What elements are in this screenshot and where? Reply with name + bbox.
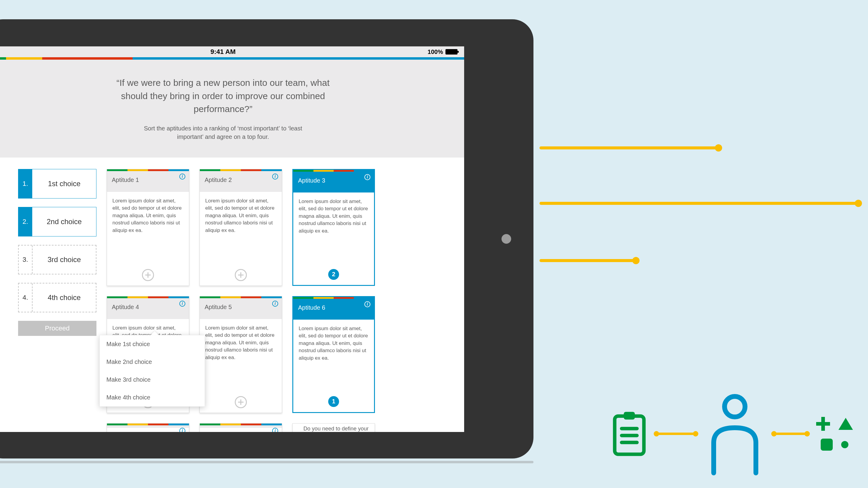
card-body: Lorem ipsum dolor sit amet, elit, sed do… [107, 192, 189, 264]
status-battery-percent: 100% [428, 48, 443, 56]
connector-line-3 [539, 259, 635, 262]
info-icon[interactable]: i [272, 173, 278, 180]
person-icon [705, 392, 765, 476]
tablet-shadow [0, 461, 533, 463]
circle-shape-icon [841, 441, 848, 448]
popover-item-2[interactable]: Make 2nd choice [100, 353, 205, 371]
connector-line-2 [539, 202, 858, 205]
info-icon[interactable]: i [364, 174, 370, 180]
card-title: Aptitude 3 [298, 177, 325, 184]
choice-popover: Make 1st choice Make 2nd choice Make 3rd… [99, 335, 205, 407]
svg-rect-1 [624, 412, 635, 419]
define-prompt-card[interactable]: Do you need to define your [292, 423, 375, 432]
plus-icon[interactable] [235, 269, 247, 281]
clipboard-icon [611, 411, 647, 456]
choice-slot-label: 1st choice [32, 169, 96, 198]
choice-slot-4[interactable]: 4. 4th choice [18, 283, 96, 313]
status-bar: 9:41 AM 100% [0, 46, 464, 57]
svg-point-5 [724, 396, 745, 417]
tablet-frame: 9:41 AM 100% “If we were to bring a new … [0, 19, 533, 458]
rank-badge: 1 [328, 396, 339, 407]
popover-item-1[interactable]: Make 1st choice [100, 335, 205, 353]
battery-icon [445, 49, 458, 55]
aptitude-card-5[interactable]: i Aptitude 5 Lorem ipsum dolor sit amet,… [199, 296, 282, 413]
connector-line-1 [539, 147, 718, 150]
choice-slot-3[interactable]: 3. 3rd choice [18, 245, 96, 274]
choice-slot-number: 4. [19, 284, 33, 312]
choice-slot-label: 4th choice [33, 284, 96, 312]
square-shape-icon [821, 438, 833, 451]
choice-slot-label: 2nd choice [32, 207, 96, 236]
connector-right [774, 432, 807, 435]
card-body: Lorem ipsum dolor sit amet, elit, sed do… [200, 319, 282, 392]
info-icon[interactable]: i [364, 301, 370, 307]
card-title: Aptitude 6 [298, 304, 325, 311]
prompt-question: “If we were to bring a new person into o… [115, 76, 332, 116]
define-prompt-text: Do you need to define your [304, 426, 369, 432]
choice-slot-number: 3. [19, 246, 33, 274]
connector-dot-3 [632, 257, 640, 264]
triangle-shape-icon [838, 418, 853, 430]
card-body: Lorem ipsum dolor sit amet, elit, sed do… [200, 192, 282, 264]
illustration-group [611, 392, 853, 476]
choice-slots-column: 1. 1st choice 2. 2nd choice 3. 3rd choic… [18, 169, 96, 432]
aptitude-card-3[interactable]: i Aptitude 3 Lorem ipsum dolor sit amet,… [292, 169, 375, 286]
card-title: Aptitude 5 [205, 304, 232, 310]
info-icon[interactable]: i [179, 301, 185, 307]
status-time: 9:41 AM [210, 48, 236, 56]
proceed-button[interactable]: Proceed [18, 321, 96, 336]
plus-icon[interactable] [235, 396, 247, 408]
card-title: Aptitude 1 [112, 176, 139, 183]
prompt-panel: “If we were to bring a new person into o… [0, 60, 464, 158]
aptitude-card-2[interactable]: i Aptitude 2 Lorem ipsum dolor sit amet,… [199, 169, 282, 286]
info-icon[interactable]: i [179, 428, 185, 432]
app-screen: 9:41 AM 100% “If we were to bring a new … [0, 46, 464, 432]
rank-badge: 2 [328, 269, 339, 280]
popover-item-3[interactable]: Make 3rd choice [100, 371, 205, 389]
info-icon[interactable]: i [179, 173, 185, 180]
connector-dot-2 [855, 200, 862, 207]
prompt-instruction: Sort the aptitudes into a ranking of ‘mo… [138, 124, 307, 141]
info-icon[interactable]: i [272, 428, 278, 432]
choice-slot-number: 1. [19, 169, 32, 198]
aptitude-card-8[interactable]: i [199, 423, 282, 432]
info-icon[interactable]: i [272, 301, 278, 307]
app-top-stripe [0, 57, 464, 60]
plus-icon[interactable] [142, 269, 154, 281]
aptitude-card-1[interactable]: i Aptitude 1 Lorem ipsum dolor sit amet,… [107, 169, 189, 286]
choice-slot-1[interactable]: 1. 1st choice [18, 169, 96, 198]
card-body: Lorem ipsum dolor sit amet, elit, sed do… [293, 193, 374, 264]
connector-left [656, 432, 695, 435]
plus-shape-icon [816, 417, 830, 431]
choice-slot-label: 3rd choice [33, 246, 96, 274]
shape-stack [816, 417, 853, 451]
aptitude-card-6[interactable]: i Aptitude 6 Lorem ipsum dolor sit amet,… [292, 296, 375, 413]
aptitude-card-7[interactable]: i [107, 423, 189, 432]
connector-dot-1 [715, 144, 722, 152]
card-title: Aptitude 4 [112, 304, 139, 310]
choice-slot-number: 2. [19, 207, 32, 236]
card-title: Aptitude 2 [205, 176, 232, 183]
popover-item-4[interactable]: Make 4th choice [100, 389, 205, 406]
card-body: Lorem ipsum dolor sit amet, elit, sed do… [293, 320, 374, 391]
choice-slot-2[interactable]: 2. 2nd choice [18, 207, 96, 236]
tablet-home-button[interactable] [501, 234, 511, 244]
